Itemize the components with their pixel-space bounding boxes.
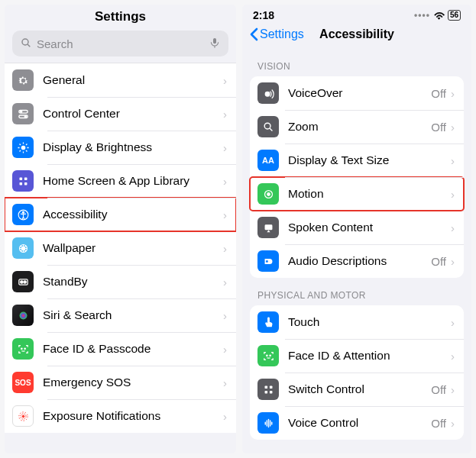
row-control-center[interactable]: Control Center ›	[5, 97, 236, 131]
row-exposure[interactable]: Exposure Notifications ›	[5, 399, 236, 433]
row-label: Touch	[288, 315, 451, 329]
row-voice-control[interactable]: Voice Control Off ›	[250, 406, 464, 440]
accessibility-screen: 2:18 •••• 56 Settings Accessibility VISI…	[242, 5, 471, 453]
chevron-right-icon: ›	[223, 276, 227, 289]
search-field[interactable]: Search	[12, 31, 228, 56]
row-faceid-attention[interactable]: Face ID & Attention ›	[250, 339, 464, 373]
row-switch-control[interactable]: Switch Control Off ›	[250, 373, 464, 406]
row-motion[interactable]: Motion ›	[250, 177, 464, 211]
row-emergency-sos[interactable]: SOS Emergency SOS ›	[5, 366, 236, 399]
settings-title: Settings	[5, 9, 236, 24]
svg-point-6	[20, 111, 21, 112]
chevron-right-icon: ›	[451, 316, 455, 329]
svg-point-0	[22, 39, 28, 45]
chevron-right-icon: ›	[451, 121, 455, 134]
battery-icon: 56	[448, 10, 461, 21]
touch-icon	[257, 311, 279, 333]
chevron-right-icon: ›	[223, 309, 227, 322]
row-siri[interactable]: Siri & Search ›	[5, 298, 236, 332]
chevron-right-icon: ›	[223, 175, 227, 188]
back-label: Settings	[260, 27, 304, 41]
row-label: Emergency SOS	[43, 376, 223, 389]
chevron-right-icon: ›	[451, 188, 455, 201]
svg-line-15	[19, 150, 20, 151]
svg-rect-46	[269, 390, 272, 393]
chevron-right-icon: ›	[223, 208, 227, 221]
row-label: Wallpaper	[43, 241, 223, 255]
row-label: General	[43, 73, 223, 87]
row-value: Off	[431, 255, 446, 268]
svg-point-8	[21, 145, 25, 150]
svg-point-27	[23, 280, 25, 282]
svg-point-31	[22, 415, 24, 418]
row-audio-descriptions[interactable]: Audio Descriptions Off ›	[250, 244, 464, 278]
svg-line-36	[269, 127, 272, 131]
mic-icon[interactable]	[209, 37, 221, 51]
voiceover-icon	[257, 82, 279, 104]
row-value: Off	[431, 87, 446, 100]
row-faceid[interactable]: Face ID & Passcode ›	[5, 332, 236, 366]
svg-rect-2	[213, 38, 216, 44]
row-wallpaper[interactable]: Wallpaper ›	[5, 231, 236, 265]
chevron-right-icon: ›	[223, 141, 227, 154]
row-label: Audio Descriptions	[288, 254, 431, 268]
status-time: 2:18	[253, 9, 274, 21]
svg-point-7	[24, 115, 26, 117]
svg-point-22	[22, 211, 24, 213]
svg-line-13	[19, 144, 20, 144]
row-voiceover[interactable]: VoiceOver Off ›	[250, 76, 464, 110]
svg-rect-19	[19, 182, 22, 185]
row-display-text-size[interactable]: AA Display & Text Size ›	[250, 144, 464, 177]
chevron-right-icon: ›	[223, 242, 227, 255]
svg-line-16	[26, 144, 27, 144]
row-label: Switch Control	[288, 382, 431, 396]
settings-screen: Settings Search General › Control Center…	[5, 5, 236, 453]
switch-control-icon	[257, 379, 279, 400]
chevron-right-icon: ›	[223, 376, 227, 389]
chevron-right-icon: ›	[223, 410, 227, 423]
chevron-right-icon: ›	[451, 350, 455, 363]
search-icon	[20, 37, 32, 51]
row-standby[interactable]: StandBy ›	[5, 265, 236, 298]
motor-list: Touch › Face ID & Attention › Switch Con…	[250, 305, 464, 440]
row-display-brightness[interactable]: Display & Brightness ›	[5, 131, 236, 164]
vision-list: VoiceOver Off › Zoom Off › AA Display & …	[250, 76, 464, 278]
svg-rect-44	[269, 385, 272, 389]
row-zoom[interactable]: Zoom Off ›	[250, 110, 464, 144]
svg-point-38	[267, 192, 270, 195]
brightness-icon	[12, 137, 34, 158]
faceid-icon	[12, 338, 34, 360]
zoom-icon	[257, 116, 279, 137]
accessibility-icon	[12, 204, 34, 225]
voice-control-icon	[257, 412, 279, 434]
row-label: VoiceOver	[288, 86, 431, 100]
chevron-right-icon: ›	[451, 221, 455, 234]
chevron-right-icon: ›	[451, 383, 455, 396]
row-home-screen[interactable]: Home Screen & App Library ›	[5, 164, 236, 198]
toggles-icon	[12, 103, 34, 124]
spoken-content-icon	[257, 217, 279, 238]
chevron-right-icon: ›	[223, 343, 227, 356]
svg-rect-17	[19, 177, 22, 180]
nav-bar: Settings Accessibility	[242, 23, 471, 49]
row-label: Display & Text Size	[288, 153, 451, 167]
svg-line-1	[28, 44, 30, 47]
row-label: StandBy	[43, 275, 223, 289]
row-label: Face ID & Passcode	[43, 342, 223, 356]
row-touch[interactable]: Touch ›	[250, 305, 464, 339]
back-button[interactable]: Settings	[250, 27, 304, 41]
svg-line-14	[26, 150, 27, 151]
row-label: Voice Control	[288, 416, 431, 430]
row-label: Spoken Content	[288, 221, 451, 234]
row-value: Off	[431, 417, 446, 430]
chevron-right-icon: ›	[223, 74, 227, 87]
section-motor: PHYSICAL AND MOTOR	[242, 278, 471, 305]
svg-point-42	[269, 355, 270, 356]
faceid-attention-icon	[257, 345, 279, 366]
svg-rect-45	[264, 390, 267, 393]
row-accessibility[interactable]: Accessibility ›	[5, 198, 236, 231]
row-spoken-content[interactable]: Spoken Content ›	[250, 211, 464, 244]
svg-rect-20	[24, 182, 27, 185]
svg-point-28	[19, 311, 27, 319]
row-general[interactable]: General ›	[5, 63, 236, 97]
